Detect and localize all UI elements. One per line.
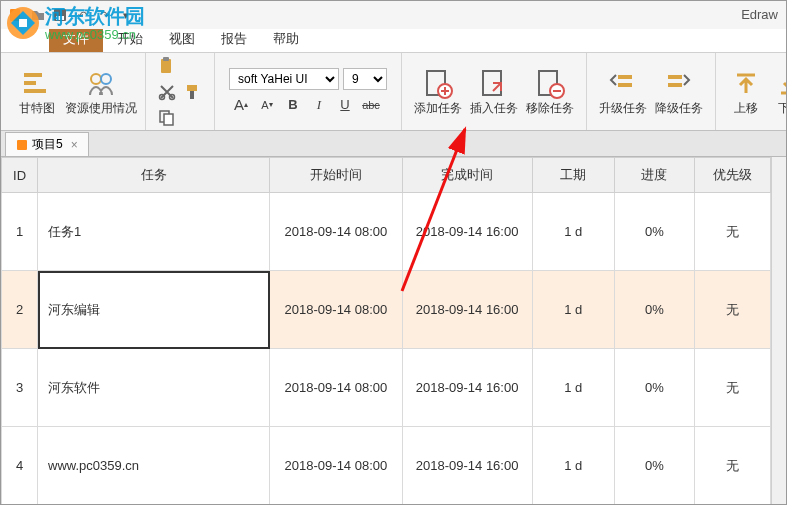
qat-new-icon[interactable] — [7, 6, 25, 24]
col-id[interactable]: ID — [2, 158, 38, 193]
tab-close-icon[interactable]: × — [71, 138, 78, 152]
promote-label: 升级任务 — [599, 102, 647, 115]
table-header-row: ID 任务 开始时间 完成时间 工期 进度 优先级 — [2, 158, 771, 193]
gantt-button[interactable]: 甘特图 — [9, 58, 65, 126]
svg-rect-7 — [24, 89, 46, 93]
font-size-select[interactable]: 9 — [343, 68, 387, 90]
cell-id[interactable]: 1 — [2, 193, 38, 271]
svg-rect-11 — [163, 57, 169, 61]
menu-view[interactable]: 视图 — [157, 26, 207, 52]
ribbon-group-level: 升级任务 降级任务 — [587, 53, 716, 130]
move-up-label: 上移 — [734, 102, 758, 115]
qat-undo-icon[interactable]: ↶ — [73, 6, 91, 24]
insert-task-button[interactable]: 插入任务 — [466, 58, 522, 126]
svg-rect-2 — [10, 9, 20, 21]
col-priority[interactable]: 优先级 — [694, 158, 770, 193]
cell-pri[interactable]: 无 — [694, 349, 770, 427]
cell-task[interactable]: 河东编辑 — [38, 271, 270, 349]
cell-start[interactable]: 2018-09-14 08:00 — [270, 427, 402, 505]
ribbon-group-font: soft YaHei UI 9 A▴ A▾ B I U abc — [215, 53, 402, 130]
cell-end[interactable]: 2018-09-14 16:00 — [402, 271, 532, 349]
gantt-chart-pane[interactable] — [771, 157, 786, 505]
cell-dur[interactable]: 1 d — [532, 271, 614, 349]
cell-id[interactable]: 3 — [2, 349, 38, 427]
cell-dur[interactable]: 1 d — [532, 193, 614, 271]
qat-open-icon[interactable] — [29, 6, 47, 24]
grid-area: ID 任务 开始时间 完成时间 工期 进度 优先级 1 任务1 2018-09-… — [1, 157, 786, 505]
cell-prog[interactable]: 0% — [614, 349, 694, 427]
resource-button[interactable]: 资源使用情况 — [65, 58, 137, 126]
cell-task[interactable]: 河东软件 — [38, 349, 270, 427]
cell-task[interactable]: www.pc0359.cn — [38, 427, 270, 505]
col-duration[interactable]: 工期 — [532, 158, 614, 193]
cell-pri[interactable]: 无 — [694, 271, 770, 349]
format-painter-icon[interactable] — [182, 82, 204, 102]
move-down-button[interactable]: 下移 — [768, 58, 787, 126]
table-row[interactable]: 2 河东编辑 2018-09-14 08:00 2018-09-14 16:00… — [2, 271, 771, 349]
cell-start[interactable]: 2018-09-14 08:00 — [270, 193, 402, 271]
cell-pri[interactable]: 无 — [694, 427, 770, 505]
move-up-button[interactable]: 上移 — [724, 58, 768, 126]
cell-prog[interactable]: 0% — [614, 193, 694, 271]
cell-start[interactable]: 2018-09-14 08:00 — [270, 349, 402, 427]
remove-task-button[interactable]: 移除任务 — [522, 58, 578, 126]
col-progress[interactable]: 进度 — [614, 158, 694, 193]
menu-start[interactable]: 开始 — [105, 26, 155, 52]
table-row[interactable]: 3 河东软件 2018-09-14 08:00 2018-09-14 16:00… — [2, 349, 771, 427]
underline-button[interactable]: U — [333, 94, 357, 116]
svg-rect-23 — [618, 75, 632, 79]
bold-button[interactable]: B — [281, 94, 305, 116]
svg-rect-26 — [668, 83, 682, 87]
cell-end[interactable]: 2018-09-14 16:00 — [402, 427, 532, 505]
svg-rect-24 — [618, 83, 632, 87]
font-name-select[interactable]: soft YaHei UI — [229, 68, 339, 90]
demote-button[interactable]: 降级任务 — [651, 58, 707, 126]
cell-dur[interactable]: 1 d — [532, 427, 614, 505]
cell-prog[interactable]: 0% — [614, 427, 694, 505]
cell-id[interactable]: 4 — [2, 427, 38, 505]
col-start[interactable]: 开始时间 — [270, 158, 402, 193]
svg-rect-15 — [164, 114, 173, 125]
increase-font-button[interactable]: A▴ — [229, 94, 253, 116]
remove-task-icon — [534, 68, 566, 100]
gantt-label: 甘特图 — [19, 102, 55, 115]
cell-dur[interactable]: 1 d — [532, 349, 614, 427]
task-table: ID 任务 开始时间 完成时间 工期 进度 优先级 1 任务1 2018-09-… — [1, 157, 771, 505]
promote-button[interactable]: 升级任务 — [595, 58, 651, 126]
table-row[interactable]: 4 www.pc0359.cn 2018-09-14 08:00 2018-09… — [2, 427, 771, 505]
add-task-button[interactable]: 添加任务 — [410, 58, 466, 126]
cell-task[interactable]: 任务1 — [38, 193, 270, 271]
copy-icon[interactable] — [156, 108, 178, 128]
cell-prog[interactable]: 0% — [614, 271, 694, 349]
italic-button[interactable]: I — [307, 94, 331, 116]
col-end[interactable]: 完成时间 — [402, 158, 532, 193]
menu-help[interactable]: 帮助 — [261, 26, 311, 52]
col-task[interactable]: 任务 — [38, 158, 270, 193]
tab-project5[interactable]: 项目5 × — [5, 132, 89, 156]
cell-start[interactable]: 2018-09-14 08:00 — [270, 271, 402, 349]
svg-rect-10 — [161, 59, 171, 73]
menu-file[interactable]: 文件 — [49, 26, 103, 52]
menu-report[interactable]: 报告 — [209, 26, 259, 52]
ribbon-group-tasks: 添加任务 插入任务 移除任务 — [402, 53, 587, 130]
cell-pri[interactable]: 无 — [694, 193, 770, 271]
strike-button[interactable]: abc — [359, 94, 383, 116]
paste-icon[interactable] — [156, 56, 178, 76]
qat-dropdown-icon[interactable]: ▾ — [117, 6, 135, 24]
move-down-label: 下移 — [778, 102, 787, 115]
move-down-icon — [774, 68, 787, 100]
cell-end[interactable]: 2018-09-14 16:00 — [402, 349, 532, 427]
svg-rect-25 — [668, 75, 682, 79]
qat-redo-icon[interactable]: ↷ — [95, 6, 113, 24]
ribbon-group-move: 上移 下移 — [716, 53, 787, 130]
menu-bar: 文件 开始 视图 报告 帮助 — [1, 29, 786, 53]
cut-icon[interactable] — [156, 82, 178, 102]
decrease-font-button[interactable]: A▾ — [255, 94, 279, 116]
cell-end[interactable]: 2018-09-14 16:00 — [402, 193, 532, 271]
qat-save-icon[interactable] — [51, 6, 69, 24]
svg-rect-29 — [17, 140, 27, 150]
ribbon-group-clipboard — [146, 53, 215, 130]
cell-id[interactable]: 2 — [2, 271, 38, 349]
demote-icon — [663, 68, 695, 100]
table-row[interactable]: 1 任务1 2018-09-14 08:00 2018-09-14 16:00 … — [2, 193, 771, 271]
